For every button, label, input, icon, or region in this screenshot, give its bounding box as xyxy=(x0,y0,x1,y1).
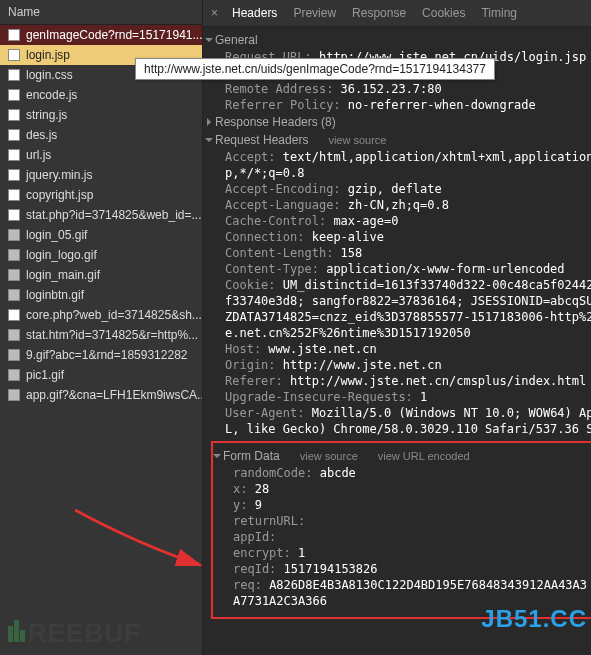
file-item[interactable]: login_05.gif xyxy=(0,225,202,245)
section-title: Request Headers xyxy=(215,133,308,147)
kv-row: x: 28 xyxy=(215,481,591,497)
kv-row: Host: www.jste.net.cn xyxy=(207,341,591,357)
kv-row: Upgrade-Insecure-Requests: 1 xyxy=(207,389,591,405)
file-name: encode.js xyxy=(26,88,77,102)
file-item[interactable]: url.js xyxy=(0,145,202,165)
kv-row: A7731A2C3A366 xyxy=(215,593,591,609)
file-name: stat.htm?id=3714825&r=http%... xyxy=(26,328,198,342)
file-name: 9.gif?abc=1&rnd=1859312282 xyxy=(26,348,187,362)
file-item[interactable]: login_logo.gif xyxy=(0,245,202,265)
kv-row: f33740e3d8; sangfor8822=37836164; JSESSI… xyxy=(207,293,591,309)
file-list: genImageCode?rnd=15171941... login.jsp l… xyxy=(0,25,202,655)
file-icon xyxy=(8,169,20,181)
file-icon xyxy=(8,269,20,281)
kv-row: p,*/*;q=0.8 xyxy=(207,165,591,181)
file-icon xyxy=(8,129,20,141)
file-name: jquery.min.js xyxy=(26,168,92,182)
tab-headers[interactable]: Headers xyxy=(230,4,279,22)
kv-row: reqId: 1517194153826 xyxy=(215,561,591,577)
section-general[interactable]: General xyxy=(207,31,591,49)
file-name: des.js xyxy=(26,128,57,142)
tab-timing[interactable]: Timing xyxy=(479,4,519,22)
section-response-headers[interactable]: Response Headers (8) xyxy=(207,113,591,131)
file-name: url.js xyxy=(26,148,51,162)
view-source-link[interactable]: view source xyxy=(300,450,358,462)
section-title: General xyxy=(215,33,258,47)
file-item[interactable]: stat.php?id=3714825&web_id=... xyxy=(0,205,202,225)
file-name: login_main.gif xyxy=(26,268,100,282)
kv-row: L, like Gecko) Chrome/58.0.3029.110 Safa… xyxy=(207,421,591,437)
expand-icon xyxy=(205,38,213,42)
file-name: stat.php?id=3714825&web_id=... xyxy=(26,208,201,222)
file-icon xyxy=(8,329,20,341)
file-item[interactable]: copyright.jsp xyxy=(0,185,202,205)
file-item[interactable]: jquery.min.js xyxy=(0,165,202,185)
kv-row: Accept: text/html,application/xhtml+xml,… xyxy=(207,149,591,165)
kv-row: Remote Address: 36.152.23.7:80 xyxy=(207,81,591,97)
kv-row: y: 9 xyxy=(215,497,591,513)
file-item[interactable]: encode.js xyxy=(0,85,202,105)
kv-value: no-referrer-when-downgrade xyxy=(348,98,536,112)
file-icon xyxy=(8,229,20,241)
file-icon xyxy=(8,49,20,61)
kv-row: Cookie: UM_distinctid=1613f33740d322-00c… xyxy=(207,277,591,293)
url-tooltip: http://www.jste.net.cn/uids/genImageCode… xyxy=(135,58,495,80)
file-icon xyxy=(8,249,20,261)
details-panel: × Headers Preview Response Cookies Timin… xyxy=(203,0,591,655)
file-item[interactable]: login_main.gif xyxy=(0,265,202,285)
kv-value: 36.152.23.7:80 xyxy=(341,82,442,96)
kv-row: randomCode: abcde xyxy=(215,465,591,481)
file-item[interactable]: string.js xyxy=(0,105,202,125)
file-icon xyxy=(8,349,20,361)
file-item[interactable]: app.gif?&cna=LFH1Ekm9iwsCA... xyxy=(0,385,202,405)
file-icon xyxy=(8,149,20,161)
form-data-highlight: Form Dataview sourceview URL encoded ran… xyxy=(211,441,591,619)
kv-row: Origin: http://www.jste.net.cn xyxy=(207,357,591,373)
file-name: login_05.gif xyxy=(26,228,87,242)
kv-row: e.net.cn%252F%26ntime%3D1517192050 xyxy=(207,325,591,341)
view-source-link[interactable]: view source xyxy=(328,134,386,146)
kv-row: appId: xyxy=(215,529,591,545)
file-icon xyxy=(8,109,20,121)
file-item[interactable]: loginbtn.gif xyxy=(0,285,202,305)
file-item[interactable]: 9.gif?abc=1&rnd=1859312282 xyxy=(0,345,202,365)
kv-row: returnURL: xyxy=(215,513,591,529)
view-url-encoded-link[interactable]: view URL encoded xyxy=(378,450,470,462)
section-form-data[interactable]: Form Dataview sourceview URL encoded xyxy=(215,447,591,465)
file-item[interactable]: pic1.gif xyxy=(0,365,202,385)
kv-row: Cache-Control: max-age=0 xyxy=(207,213,591,229)
section-title: Form Data xyxy=(223,449,280,463)
kv-row: Connection: keep-alive xyxy=(207,229,591,245)
expand-icon xyxy=(213,454,221,458)
file-item[interactable]: stat.htm?id=3714825&r=http%... xyxy=(0,325,202,345)
tab-response[interactable]: Response xyxy=(350,4,408,22)
file-name: string.js xyxy=(26,108,67,122)
file-name: app.gif?&cna=LFH1Ekm9iwsCA... xyxy=(26,388,202,402)
close-icon[interactable]: × xyxy=(211,6,218,20)
kv-row: Referrer Policy: no-referrer-when-downgr… xyxy=(207,97,591,113)
section-title: Response Headers (8) xyxy=(215,115,336,129)
tab-cookies[interactable]: Cookies xyxy=(420,4,467,22)
file-name: copyright.jsp xyxy=(26,188,93,202)
kv-row: Referer: http://www.jste.net.cn/cmsplus/… xyxy=(207,373,591,389)
file-name: genImageCode?rnd=15171941... xyxy=(26,28,202,42)
kv-key: Remote Address: xyxy=(225,82,333,96)
file-icon xyxy=(8,209,20,221)
file-icon xyxy=(8,369,20,381)
file-item[interactable]: genImageCode?rnd=15171941... xyxy=(0,25,202,45)
expand-icon xyxy=(207,118,211,126)
file-panel: Name genImageCode?rnd=15171941... login.… xyxy=(0,0,203,655)
tab-preview[interactable]: Preview xyxy=(291,4,338,22)
file-item[interactable]: core.php?web_id=3714825&sh... xyxy=(0,305,202,325)
file-name: login.css xyxy=(26,68,73,82)
file-item[interactable]: des.js xyxy=(0,125,202,145)
file-icon xyxy=(8,89,20,101)
kv-row: ZDATA3714825=cnzz_eid%3D378855577-151718… xyxy=(207,309,591,325)
kv-row: Content-Type: application/x-www-form-url… xyxy=(207,261,591,277)
kv-row: req: A826D8E4B3A8130C122D4BD195E76848343… xyxy=(215,577,591,593)
kv-row: User-Agent: Mozilla/5.0 (Windows NT 10.0… xyxy=(207,405,591,421)
kv-key: Referrer Policy: xyxy=(225,98,341,112)
section-request-headers[interactable]: Request Headersview source xyxy=(207,131,591,149)
kv-row: encrypt: 1 xyxy=(215,545,591,561)
file-name: pic1.gif xyxy=(26,368,64,382)
